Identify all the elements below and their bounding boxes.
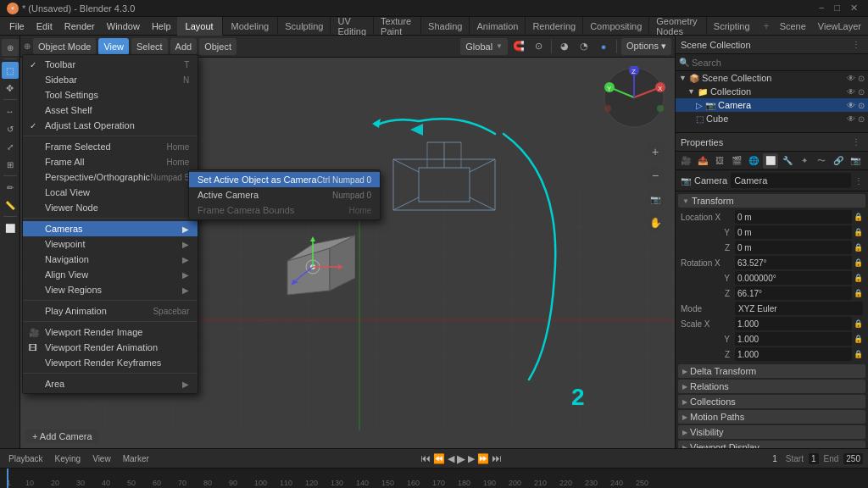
props-filter-icon[interactable]: ⋮ [854, 176, 863, 186]
dd-toolbar[interactable]: ✓ Toolbar T [23, 57, 198, 72]
viewport-global-dropdown[interactable]: Global ▼ [460, 38, 508, 55]
outliner-search-input[interactable] [692, 58, 865, 68]
tab-geometry-nodes[interactable]: Geometry Nodes [649, 17, 707, 36]
menu-help[interactable]: Help [146, 20, 177, 32]
tab-scripting[interactable]: Scripting [707, 17, 757, 36]
relations-section[interactable]: ▶ Relations [678, 380, 865, 393]
start-frame-input[interactable]: 1 [809, 453, 819, 464]
viewport-gizmo[interactable]: X Y Z [603, 66, 666, 130]
scale-x-lock[interactable]: 🔒 [854, 319, 863, 328]
scale-z-lock[interactable]: 🔒 [854, 350, 863, 358]
prop-tab-render[interactable]: 🎥 [678, 153, 693, 169]
menu-file[interactable]: File [3, 20, 31, 32]
marker-menu[interactable]: Marker [120, 454, 153, 463]
outliner-cube-row[interactable]: ⬚ Cube 👁 ⊙ [676, 112, 868, 125]
transform-header[interactable]: ▼ Transform [678, 194, 865, 208]
dd-vp-render-anim[interactable]: 🎞 Viewport Render Animation [23, 340, 198, 355]
menu-render[interactable]: Render [58, 20, 101, 32]
toolbar-move[interactable]: ↔ [2, 103, 19, 119]
frame-numbers-bar[interactable]: 1 10 20 30 40 50 60 70 80 90 100 110 120… [0, 469, 868, 488]
window-minimize[interactable]: − [815, 3, 827, 14]
prop-tab-world[interactable]: 🌐 [746, 153, 761, 169]
dd-cameras[interactable]: Cameras ▶ [23, 221, 198, 236]
prop-tab-constraints[interactable]: 🔗 [831, 153, 846, 169]
loc-z-lock[interactable]: 🔒 [854, 243, 863, 252]
prev-frame-btn[interactable]: ◀ [448, 453, 454, 464]
play-btn[interactable]: ▶ [457, 452, 465, 465]
outliner-render-eye[interactable]: ⊙ [858, 74, 865, 83]
tab-layout[interactable]: Layout [177, 17, 223, 36]
prop-tab-modifier[interactable]: 🔧 [780, 153, 795, 169]
tab-compositing[interactable]: Compositing [583, 17, 649, 36]
scale-z-value[interactable]: 1.000 [735, 347, 852, 361]
prop-tab-output[interactable]: 📤 [695, 153, 710, 169]
delta-transform-section[interactable]: ▶ Delta Transform [678, 364, 865, 378]
viewport-shading-material[interactable]: ◔ [576, 38, 593, 55]
dd-asset-shelf[interactable]: ✓ Asset Shelf [23, 103, 198, 118]
properties-options-icon[interactable]: ⋮ [849, 136, 863, 149]
jump-end-btn[interactable]: ⏭ [492, 452, 502, 464]
rot-x-value[interactable]: 63.527° [735, 256, 852, 269]
dd-navigation[interactable]: Navigation ▶ [23, 252, 198, 267]
outliner-scene-collection[interactable]: ▼ 📦 Scene Collection 👁 ⊙ [676, 71, 868, 85]
vp-menu-select[interactable]: Select [131, 38, 168, 55]
toolbar-measure[interactable]: 📏 [2, 197, 19, 214]
camera-vis-eye[interactable]: 👁 [847, 101, 855, 110]
camera-name-input[interactable]: Camera [731, 173, 851, 188]
scene-selector[interactable]: Scene [776, 21, 810, 31]
dd-vp-render-kf[interactable]: Viewport Render Keyframes [23, 355, 198, 370]
visibility-section[interactable]: ▶ Visibility [678, 425, 865, 439]
dd-viewpoint[interactable]: Viewpoint ▶ [23, 236, 198, 252]
add-camera-button[interactable]: + Add Camera [25, 430, 99, 443]
collection-render-eye[interactable]: ⊙ [858, 87, 865, 97]
cube-render-eye[interactable]: ⊙ [858, 114, 865, 124]
loc-x-value[interactable]: 0 m [735, 210, 852, 224]
cube-3d-object[interactable] [270, 223, 355, 299]
tab-modeling[interactable]: Modeling [223, 17, 279, 36]
prop-tab-physics[interactable]: 〜 [814, 153, 829, 169]
window-maximize[interactable]: □ [831, 3, 843, 14]
vp-menu-add[interactable]: Add [170, 38, 198, 55]
sub-set-active-camera[interactable]: Set Active Object as Camera Ctrl Numpad … [189, 172, 380, 187]
toolbar-scale[interactable]: ⤢ [2, 138, 19, 155]
toolbar-mode-icon[interactable]: ⊕ [2, 39, 19, 56]
collection-vis-eye[interactable]: 👁 [847, 87, 855, 97]
proportional-edit[interactable]: ⊙ [530, 38, 547, 55]
dd-play-animation[interactable]: Play Animation Spacebar [23, 303, 198, 319]
nav-camera-view[interactable]: 📷 [646, 190, 665, 208]
camera-render-eye[interactable]: ⊙ [858, 101, 865, 110]
menu-window[interactable]: Window [101, 20, 146, 32]
dd-vp-render-image[interactable]: 🎥 Viewport Render Image [23, 324, 198, 340]
end-frame-input[interactable]: 250 [843, 453, 863, 464]
loc-y-lock[interactable]: 🔒 [854, 228, 863, 236]
loc-x-lock[interactable]: 🔒 [854, 213, 863, 221]
dd-viewer-node[interactable]: ✓ Viewer Node [23, 200, 198, 215]
toolbar-rotate[interactable]: ↺ [2, 120, 19, 137]
timeline-view-menu[interactable]: View [89, 454, 114, 463]
keying-menu[interactable]: Keying [52, 454, 85, 463]
tab-animation[interactable]: Animation [470, 17, 526, 36]
toolbar-annotate[interactable]: ✏ [2, 179, 19, 196]
viewport-shading-solid[interactable]: ◕ [556, 38, 573, 55]
dd-sidebar[interactable]: ✓ Sidebar N [23, 72, 198, 87]
view-layer-selector[interactable]: ViewLayer [815, 21, 865, 31]
tab-sculpting[interactable]: Sculpting [278, 17, 331, 36]
cube-vis-eye[interactable]: 👁 [847, 114, 855, 124]
mode-dropdown[interactable]: XYZ Euler [735, 302, 863, 315]
outliner-collection[interactable]: ▼ 📁 Collection 👁 ⊙ [676, 85, 868, 98]
nav-pan[interactable]: ✋ [646, 214, 665, 232]
motion-paths-section[interactable]: ▶ Motion Paths [678, 410, 865, 424]
rot-x-lock[interactable]: 🔒 [854, 258, 863, 267]
toolbar-select-box[interactable]: ⬚ [2, 62, 19, 79]
sub-active-camera[interactable]: Active Camera Numpad 0 [189, 187, 380, 202]
viewport-options-btn[interactable]: Options ▾ [621, 38, 671, 55]
loc-y-value[interactable]: 0 m [735, 225, 852, 239]
window-close[interactable]: ✕ [847, 3, 861, 14]
viewport-shading-render[interactable]: ● [595, 38, 612, 55]
object-mode-dropdown[interactable]: Object Mode [33, 38, 96, 55]
vp-menu-object[interactable]: Object [199, 38, 236, 55]
toolbar-add-cube[interactable]: ⬜ [2, 219, 19, 236]
nav-zoom-out[interactable]: − [646, 166, 665, 185]
dd-tool-settings[interactable]: ✓ Tool Settings [23, 87, 198, 103]
outliner-filter-icon[interactable]: ⋮ [849, 38, 863, 52]
